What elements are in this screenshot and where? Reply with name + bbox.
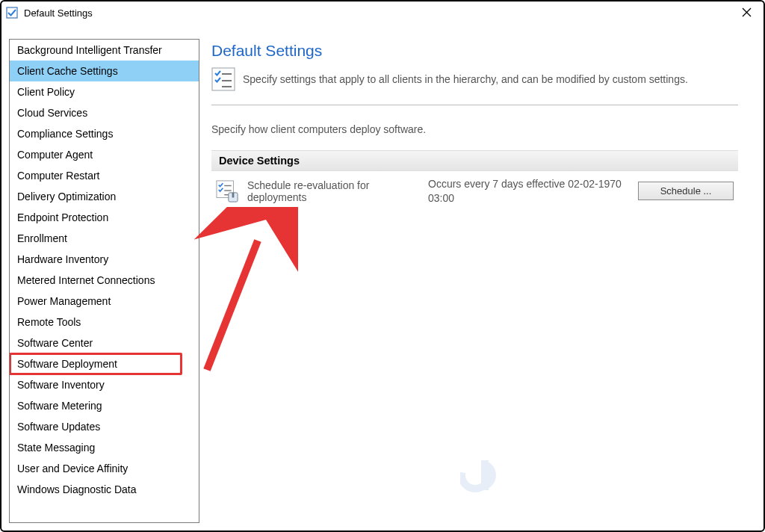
sidebar-item-state-messaging[interactable]: State Messaging [10, 437, 199, 458]
sidebar-item-enrollment[interactable]: Enrollment [10, 228, 199, 249]
close-icon[interactable] [734, 1, 759, 24]
setting-value: Occurs every 7 days effective 02-02-1970… [428, 177, 629, 205]
window-title: Default Settings [24, 7, 93, 19]
sidebar-item-delivery-optimization[interactable]: Delivery Optimization [10, 186, 199, 207]
sidebar-item-computer-restart[interactable]: Computer Restart [10, 165, 199, 186]
schedule-button[interactable]: Schedule ... [638, 182, 734, 200]
titlebar: Default Settings [1, 1, 764, 24]
sidebar-item-software-metering[interactable]: Software Metering [10, 395, 199, 416]
sidebar-item-metered-internet[interactable]: Metered Internet Connections [10, 270, 199, 291]
svg-rect-12 [232, 193, 235, 198]
sidebar-item-label: Software Deployment [17, 358, 117, 370]
sidebar-item-client-cache-settings[interactable]: Client Cache Settings [10, 61, 199, 81]
intro-text: Specify settings that apply to all clien… [243, 73, 688, 85]
schedule-icon [216, 180, 238, 202]
sidebar-item-remote-tools[interactable]: Remote Tools [10, 312, 199, 332]
sidebar-item-endpoint-protection[interactable]: Endpoint Protection [10, 207, 199, 228]
svg-line-13 [207, 241, 258, 370]
divider [211, 105, 738, 105]
annotation-arrow [193, 207, 298, 379]
sidebar-item-compliance-settings[interactable]: Compliance Settings [10, 123, 199, 144]
sidebar-item-power-management[interactable]: Power Management [10, 291, 199, 312]
sidebar-item-hardware-inventory[interactable]: Hardware Inventory [10, 249, 199, 270]
sidebar-item-cloud-services[interactable]: Cloud Services [10, 102, 199, 123]
content-panel: Default Settings Specify settings that a… [208, 39, 756, 523]
intro-row: Specify settings that apply to all clien… [211, 67, 738, 91]
sidebar-item-client-policy[interactable]: Client Policy [10, 81, 199, 102]
sidebar-item-user-device-affinity[interactable]: User and Device Affinity [10, 458, 199, 479]
setting-label: Schedule re-evaluation for deployments [247, 179, 419, 203]
sidebar-item-bits[interactable]: Background Intelligent Transfer [10, 40, 199, 61]
app-icon [6, 7, 18, 19]
watermark-icon [460, 453, 505, 501]
section-subtext: Specify how client computers deploy soft… [211, 123, 738, 135]
section-header: Device Settings [211, 150, 738, 171]
page-title: Default Settings [211, 42, 738, 60]
sidebar-item-computer-agent[interactable]: Computer Agent [10, 144, 199, 165]
checklist-icon [211, 67, 235, 91]
sidebar-item-software-updates[interactable]: Software Updates [10, 416, 199, 437]
sidebar-item-software-deployment[interactable]: Software Deployment [10, 353, 199, 374]
category-sidebar: Background Intelligent Transfer Client C… [9, 39, 199, 523]
setting-row: Schedule re-evaluation for deployments O… [211, 171, 738, 211]
sidebar-item-software-inventory[interactable]: Software Inventory [10, 374, 199, 395]
window-frame: Default Settings Background Intelligent … [0, 0, 765, 532]
sidebar-item-windows-diagnostic-data[interactable]: Windows Diagnostic Data [10, 479, 199, 500]
sidebar-item-software-center[interactable]: Software Center [10, 332, 199, 353]
